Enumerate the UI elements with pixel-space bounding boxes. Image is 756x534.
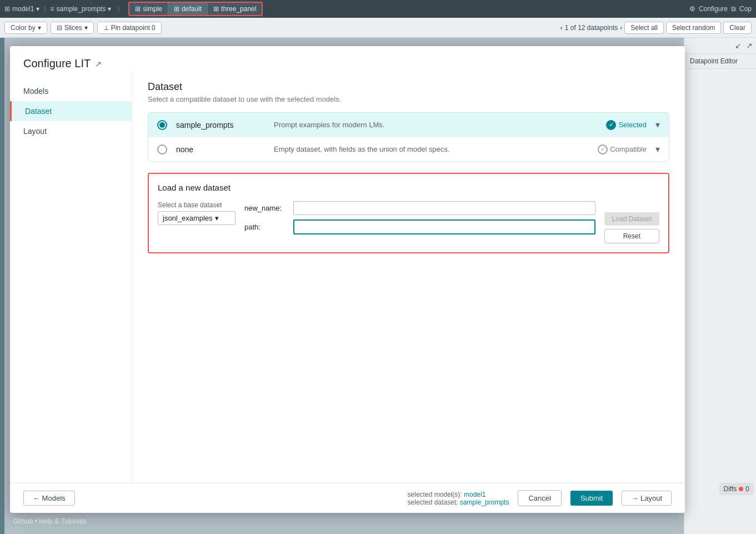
selected-status-label: Selected	[618, 121, 647, 129]
diffs-label: Diffs	[724, 485, 737, 493]
tab-three-panel-icon: ⊞	[213, 5, 219, 13]
base-dataset-col: Select a base dataset jsonl_examples ▾	[158, 201, 236, 225]
model-icon: ⊞	[4, 5, 10, 13]
clear-label: Clear	[729, 24, 745, 32]
tab-default-icon: ⊞	[174, 5, 179, 13]
dp-minimize-icon[interactable]: ↙	[734, 40, 743, 51]
top-bar-sep1: |	[44, 5, 46, 13]
tab-default-label: default	[182, 5, 202, 13]
back-models-button[interactable]: ← Models	[23, 491, 75, 506]
tab-default[interactable]: ⊞ default	[168, 3, 207, 15]
dp-maximize-icon[interactable]: ↗	[745, 40, 754, 51]
tab-simple-icon: ⊞	[135, 5, 141, 13]
fields-col: new_name: path:	[244, 201, 595, 234]
select-random-label: Select random	[672, 24, 715, 32]
diffs-count: 0	[745, 485, 749, 493]
radio-none[interactable]	[157, 144, 167, 154]
cancel-button[interactable]: Cancel	[518, 490, 561, 506]
select-all-label: Select all	[630, 24, 658, 32]
dataset-row-none[interactable]: none Empty dataset, with fields as the u…	[148, 137, 669, 161]
pin-datapoint-button[interactable]: ⊥ Pin datapoint 0	[97, 22, 162, 34]
back-models-label: ← Models	[33, 494, 66, 502]
main-area: ↙ ↗ Datapoint Editor Reset ≡ Diffs 0 Git…	[0, 38, 756, 534]
pin-label: Pin datapoint 0	[111, 24, 156, 32]
slices-chevron-icon: ▾	[84, 24, 88, 32]
badge-compatible: ✓ Compatible	[598, 144, 647, 154]
configure-modal: Configure LIT ↗ Models Dataset Layout	[10, 46, 685, 513]
load-dataset-button[interactable]: Load Dataset	[604, 212, 659, 226]
base-dataset-value: jsonl_examples	[163, 214, 213, 222]
modal-background: ↙ ↗ Datapoint Editor Reset ≡ Diffs 0 Git…	[4, 38, 756, 534]
base-dataset-label: Select a base dataset	[158, 201, 236, 209]
selected-models-value[interactable]: model1	[464, 491, 485, 498]
configure-link[interactable]: Configure	[699, 5, 728, 13]
color-by-button[interactable]: Color by ▾	[4, 22, 47, 34]
cancel-label: Cancel	[528, 494, 550, 502]
nav-text: 1 of 12 datapoints	[565, 24, 618, 32]
new-name-input[interactable]	[293, 201, 595, 215]
compatible-status-label: Compatible	[610, 145, 647, 153]
model-name[interactable]: model1	[12, 5, 34, 13]
dataset-name-none: none	[176, 145, 265, 154]
github-link[interactable]: Github	[13, 517, 33, 525]
tab-group: ⊞ simple ⊞ default ⊞ three_panel	[128, 2, 263, 16]
new-name-label: new_name:	[244, 204, 289, 212]
bottom-links: Github • Help & Tutorials	[13, 517, 86, 525]
check-outline-icon: ✓	[598, 144, 608, 154]
dataset-name[interactable]: sample_prompts	[57, 5, 106, 13]
modal-content: Dataset Select a compatible dataset to u…	[132, 70, 685, 483]
expand-none-button[interactable]: ▾	[655, 144, 660, 154]
sidebar-item-dataset[interactable]: Dataset	[10, 101, 132, 121]
dp-editor-title: Datapoint Editor	[690, 57, 738, 65]
path-input[interactable]	[293, 219, 595, 234]
dataset-row-sample-prompts[interactable]: sample_prompts Prompt examples for moder…	[148, 113, 669, 137]
tab-three-panel-label: three_panel	[221, 5, 256, 13]
sidebar-item-layout[interactable]: Layout	[10, 121, 132, 141]
load-dataset-box: Load a new dataset Select a base dataset…	[148, 173, 669, 253]
diffs-badge[interactable]: Diffs 0	[719, 483, 754, 495]
selected-models-label: selected model(s):	[408, 491, 462, 498]
top-bar-dropdown-icon[interactable]: ▾	[36, 5, 39, 13]
base-dataset-select[interactable]: jsonl_examples ▾	[158, 211, 236, 225]
color-by-chevron-icon: ▾	[38, 24, 41, 32]
nav-prev-icon[interactable]: ‹	[560, 24, 563, 32]
next-layout-label: → Layout	[631, 494, 662, 502]
top-bar: ⊞ model1 ▾ | ≡ sample_prompts ▾ | ⊞ simp…	[0, 0, 756, 18]
modal-external-link-icon[interactable]: ↗	[95, 59, 102, 68]
tab-simple-label: simple	[143, 5, 162, 13]
nav-next-icon[interactable]: ›	[620, 24, 622, 32]
slices-icon: ⊟	[57, 24, 62, 32]
load-dataset-form: Select a base dataset jsonl_examples ▾ n…	[158, 201, 659, 243]
submit-button[interactable]: Submit	[570, 491, 613, 506]
reset-form-label: Reset	[623, 232, 640, 240]
submit-label: Submit	[580, 494, 603, 502]
dataset-dropdown-icon[interactable]: ▾	[108, 5, 111, 13]
expand-sample-prompts-button[interactable]: ▾	[655, 119, 660, 130]
path-row: path:	[244, 219, 595, 234]
help-link[interactable]: Help & Tutorials	[39, 517, 86, 525]
sidebar-item-models[interactable]: Models	[10, 81, 132, 101]
selected-dataset-value[interactable]: sample_prompts	[460, 498, 509, 506]
radio-sample-prompts[interactable]	[157, 120, 167, 130]
slices-button[interactable]: ⊟ Slices ▾	[51, 22, 94, 34]
datapoint-editor-strip: ↙ ↗ Datapoint Editor	[684, 38, 756, 534]
select-random-button[interactable]: Select random	[666, 22, 721, 34]
tab-three-panel[interactable]: ⊞ three_panel	[207, 3, 262, 15]
left-panel	[0, 38, 4, 534]
sidebar-models-label: Models	[23, 87, 48, 96]
load-dataset-btn-label: Load Dataset	[612, 215, 652, 223]
badge-selected: ✓ Selected	[606, 120, 647, 130]
slices-label: Slices	[64, 24, 82, 32]
color-by-label: Color by	[11, 24, 36, 32]
modal-sidebar: Models Dataset Layout	[10, 70, 132, 483]
top-bar-sep2: |	[118, 5, 119, 13]
clear-button[interactable]: Clear	[723, 22, 752, 34]
base-dataset-chevron-icon: ▾	[215, 214, 219, 222]
next-layout-button[interactable]: → Layout	[622, 491, 672, 506]
dataset-name-sample-prompts: sample_prompts	[176, 121, 265, 129]
reset-form-button[interactable]: Reset	[604, 229, 659, 243]
copy-link[interactable]: Cop	[739, 5, 752, 13]
select-all-button[interactable]: Select all	[624, 22, 664, 34]
links-sep: •	[35, 517, 37, 525]
tab-simple[interactable]: ⊞ simple	[129, 3, 168, 15]
